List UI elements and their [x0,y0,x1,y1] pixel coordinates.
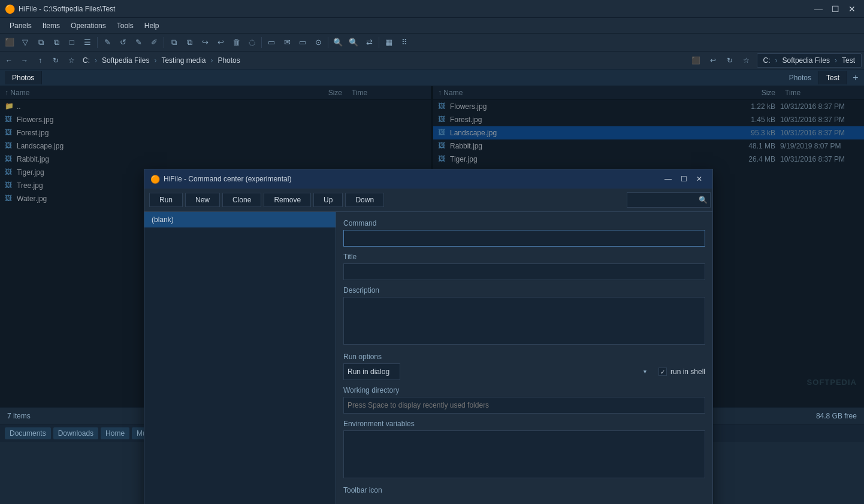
right-drive[interactable]: C: [761,55,773,66]
main-panel-area: ↑ Name Size Time 📁 .. 🖼 Flowers.jpg 🖼 Fo… [0,86,864,407]
right-refresh-button[interactable]: ↻ [723,54,736,67]
menu-tools[interactable]: Tools [112,20,138,32]
toolbar-sep-2 [164,37,164,48]
title-bar: 🟠 HiFile - C:\Softpedia Files\Test — ☐ ✕ [0,0,864,18]
toolbar-properties-icon[interactable]: ☰ [80,35,95,50]
dialog-minimize-button[interactable]: — [661,173,675,185]
command-input[interactable] [343,230,705,247]
title-input[interactable] [343,263,705,280]
toolbar-sep-3 [261,37,262,48]
menu-help[interactable]: Help [140,20,164,32]
dialog-title-text: HiFile - Command center (experimental) [164,175,291,183]
left-tab-area: Photos [0,69,782,86]
left-item-count: 7 items [7,412,31,420]
breadcrumb-testing[interactable]: Testing media [159,55,208,66]
right-test[interactable]: Test [839,55,857,66]
title-bar-left: 🟠 HiFile - C:\Softpedia Files\Test [5,4,115,14]
toolbar-edit-icon[interactable]: ✎ [100,35,114,50]
toolbar-msg-icon[interactable]: ✉ [280,35,294,50]
run-options-label: Run options [343,353,705,361]
dialog-clone-button[interactable]: Clone [222,193,261,207]
minimize-button[interactable]: — [811,2,826,16]
breadcrumb-softpedia[interactable]: Softpedia Files [99,55,152,66]
env-vars-label: Environment variables [343,420,705,428]
toolbar-swap-icon[interactable]: ⧉ [49,35,64,50]
toolbar-clear-icon[interactable]: ◌ [244,35,259,50]
menu-items[interactable]: Items [38,20,65,32]
close-button[interactable]: ✕ [845,2,859,16]
run-in-shell-label: run in shell [670,368,705,376]
toolbar-sep-1 [97,37,98,48]
dialog-body: (blank) Command Title Description Run op… [144,212,712,504]
toolbar-copy-icon[interactable]: ⧉ [167,35,181,50]
toolbar-icon-label: Toolbar icon [343,486,705,494]
right-undo-button[interactable]: ↩ [706,54,720,67]
bookmark-documents[interactable]: Documents [5,427,51,439]
toolbar-sep-5 [379,37,379,48]
dialog-down-button[interactable]: Down [345,193,384,207]
right-tab-photos[interactable]: Photos [782,71,819,84]
toolbar-grid-icon[interactable]: ▦ [382,35,396,50]
dialog-remove-button[interactable]: Remove [264,193,311,207]
dialog-new-button[interactable]: New [185,193,220,207]
toolbar-sep-4 [328,37,328,48]
description-field-label: Description [343,286,705,294]
toolbar-folder-icon[interactable]: ▭ [264,35,279,50]
dialog-search-input[interactable] [627,192,711,208]
dialog-toolbar: Run New Clone Remove Up Down 🔍 [144,189,712,212]
left-tab-photos[interactable]: Photos [5,71,42,84]
toolbar-panels-icon[interactable]: ⬛ [2,35,17,50]
toolbar-new-tab-icon[interactable]: □ [65,35,79,50]
toolbar-sync-icon[interactable]: ⇄ [362,35,376,50]
dialog-maximize-button[interactable]: ☐ [676,173,691,185]
working-dir-label: Working directory [343,386,705,394]
menu-panels[interactable]: Panels [5,20,37,32]
title-bar-controls: — ☐ ✕ [811,2,859,16]
command-list-panel: (blank) [144,212,336,504]
toolbar-more-icon[interactable]: ⠿ [397,35,412,50]
nav-back-button[interactable]: ← [2,54,16,67]
toolbar-filter-icon[interactable]: ▽ [18,35,32,50]
toolbar-move-icon[interactable]: ↪ [198,35,212,50]
toolbar-copy2-icon[interactable]: ⧉ [182,35,197,50]
breadcrumb-drive[interactable]: C: [80,55,92,66]
nav-refresh-button[interactable]: ↻ [49,54,62,67]
dialog-icon: 🟠 [150,175,160,184]
toolbar-refresh-icon[interactable]: ↺ [116,35,130,50]
menu-operations[interactable]: Operations [66,20,111,32]
nav-up-button[interactable]: ↑ [34,54,47,67]
dialog-run-button[interactable]: Run [149,193,183,207]
toolbar-zoom-out-icon[interactable]: 🔍 [346,35,361,50]
right-tab-test[interactable]: Test [819,71,847,84]
address-bar: ← → ↑ ↻ ☆ C: › Softpedia Files › Testing… [0,51,864,69]
dialog-title-bar: 🟠 HiFile - Command center (experimental)… [144,169,712,189]
dialog-close-button[interactable]: ✕ [692,173,706,185]
toolbar-edit3-icon[interactable]: ✐ [147,35,161,50]
bookmark-home[interactable]: Home [101,427,129,439]
bookmark-downloads[interactable]: Downloads [53,427,98,439]
toolbar-back-icon[interactable]: ↩ [213,35,228,50]
env-vars-textarea[interactable] [343,430,705,478]
breadcrumb-photos[interactable]: Photos [215,55,242,66]
stacked-icon[interactable]: ⬛ [690,54,703,67]
description-textarea[interactable] [343,297,705,345]
toolbar-copy-panel-icon[interactable]: ⧉ [34,35,48,50]
toolbar-delete-icon[interactable]: 🗑 [229,35,243,50]
maximize-button[interactable]: ☐ [828,2,842,16]
toolbar-search-icon[interactable]: ⊙ [311,35,325,50]
nav-forward-button[interactable]: → [18,54,31,67]
nav-bookmark-button[interactable]: ☆ [65,54,78,67]
toolbar-zoom-in-icon[interactable]: 🔍 [331,35,345,50]
dialog-up-button[interactable]: Up [313,193,343,207]
right-bookmark-button[interactable]: ☆ [740,54,753,67]
right-softpedia[interactable]: Softpedia Files [780,55,832,66]
command-list-item[interactable]: (blank) [144,212,336,227]
toolbar-edit2-icon[interactable]: ✎ [131,35,146,50]
run-options-row: Run in dialogRun in terminalRun minimize… [343,363,705,380]
run-dialog-select[interactable]: Run in dialogRun in terminalRun minimize… [343,363,400,380]
toolbar-archive-icon[interactable]: ▭ [295,35,310,50]
run-in-shell-checkbox[interactable]: ✓ [658,368,667,376]
working-dir-input[interactable] [343,397,705,414]
add-tab-button[interactable]: + [847,69,864,86]
title-field-label: Title [343,253,705,261]
